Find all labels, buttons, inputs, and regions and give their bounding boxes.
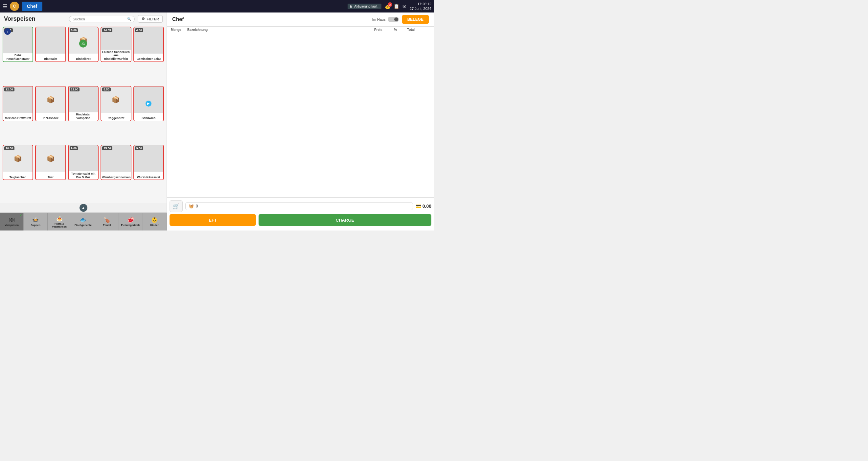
charge-button[interactable]: CHARGE [258,214,431,226]
category-icon-suppen: 🍲 [32,217,39,223]
category-label-fischgerichte: Fischgerichte [74,224,92,227]
category-icon-fleischgerichte: 🥩 [127,217,134,223]
right-header: Chef Im Haus BELEGE [167,12,434,27]
item-label-3: Dinkelbrot [69,57,98,61]
menu-item-12[interactable]: 📦Test [35,145,66,180]
menu-item-14[interactable]: 15.00Weinbergschnecken [100,145,131,180]
menu-item-7[interactable]: 📦Pizzasnack [35,86,66,121]
toggle-thumb [394,18,398,21]
item-label-10: Sandwich [134,116,163,121]
menu-item-11[interactable]: 📦10.00Teigtaschen [3,145,33,180]
cart-count-box: 🧺 0 [185,202,413,210]
item-label-1: Balik Rauchlachstatar [3,53,33,61]
clock-display: 17:26:12 27 Juni, 2024 [410,2,431,11]
menu-item-13[interactable]: 9.00Tomatensalat mit Bio B.Moz [68,145,99,180]
category-icon-vorspeisen: 🍽 [9,217,14,223]
menu-item-10[interactable]: ▶Sandwich [133,86,164,121]
left-panel: Vorspeisen 🔍 ⚙ FILTER 3.10●Balik Rauchla… [0,12,166,231]
scroll-up-button[interactable]: ▲ [80,204,87,212]
item-price-11: 10.00 [4,146,14,150]
mail-icon-btn[interactable]: ✉ [402,4,406,9]
cart-total-box: 💳 0.00 [415,204,431,209]
menu-icon[interactable]: ☰ [3,3,7,9]
item-label-2: Blattsalat [36,57,65,61]
item-badge-1: ● [4,28,11,35]
cart-icon-button[interactable]: 🛒 [169,200,183,212]
items-grid: 3.10●Balik RauchlachstatarBlattsalat📦8.0… [0,25,166,203]
category-checkmark-vorspeisen: ✓ [20,213,22,217]
category-icon-poulet: 🍗 [103,217,110,223]
category-vorspeisen[interactable]: ✓🍽Vorspeisen [0,213,24,231]
col-percent: % [394,28,407,32]
toggle-track[interactable] [388,17,399,22]
menu-item-5[interactable]: 4.50Gemischter Salat [133,27,164,62]
item-label-13: Tomatensalat mit Bio B.Moz [69,171,98,180]
category-label-poulet: Poulet [103,224,111,227]
col-total: Total [407,28,430,32]
cart-summary-row: 🛒 🧺 0 💳 0.00 [169,200,431,212]
category-icon-pasta: 🍝 [56,215,63,222]
menu-item-15[interactable]: 9.00Wurst-Käsesalat [133,145,164,180]
item-price-13: 9.00 [70,146,78,150]
cart-total-value: 0.00 [423,204,431,209]
main-layout: Vorspeisen 🔍 ⚙ FILTER 3.10●Balik Rauchla… [0,12,434,231]
order-items-list [167,33,434,197]
filter-icon: ⚙ [142,17,145,21]
total-currency-icon: 💳 [415,204,421,209]
action-buttons-row: EFT CHARGE [169,214,431,226]
item-label-12: Test [36,175,65,180]
filter-button[interactable]: ⚙ FILTER [138,15,163,23]
col-bezeichnung: Bezeichnung [187,28,374,32]
col-preis: Preis [374,28,394,32]
item-label-15: Wurst-Käsesalat [134,175,163,180]
left-header: Vorspeisen 🔍 ⚙ FILTER [0,12,166,25]
avatar[interactable]: C [10,2,19,11]
wallet-badge: 2 [388,2,392,7]
menu-item-4[interactable]: 14.85Falsche Schnecken aus Rindsfiletwür… [100,27,131,62]
item-price-4: 14.85 [102,28,112,32]
menu-item-1[interactable]: 3.10●Balik Rauchlachstatar [3,27,33,62]
item-label-5: Gemischter Salat [134,57,163,61]
menu-item-2[interactable]: Blattsalat [35,27,66,62]
topbar-right: 🖩 Aktivierung lauf... 💰 2 📋 ✉ 17:26:12 2… [348,2,431,11]
category-pasta[interactable]: 🍝Pasta & Vegetarisch [48,213,71,231]
category-fischgerichte[interactable]: 🐟Fischgerichte [71,213,95,231]
belege-button[interactable]: BELEGE [402,15,429,24]
item-price-14: 15.00 [102,146,112,150]
eft-button[interactable]: EFT [169,214,256,226]
item-label-6: Mexican Bratwurst [3,116,33,121]
receipts-icon-btn[interactable]: 📋 [394,4,399,9]
im-haus-toggle[interactable]: Im Haus [372,17,399,22]
basket-icon: 🧺 [189,204,194,208]
menu-item-8[interactable]: 22.00Rindstatar Vorspeise [68,86,99,121]
item-label-14: Weinbergschnecken [101,175,130,180]
app-title[interactable]: Chef [22,2,42,11]
order-table-header: Menge Bezeichnung Preis % Total [167,27,434,33]
search-icon: 🔍 [127,17,131,21]
topbar: ☰ C Chef 🖩 Aktivierung lauf... 💰 2 📋 ✉ 1… [0,0,434,12]
wallet-icon-btn[interactable]: 💰 2 [385,4,390,9]
item-blue-dot-10: ▶ [146,100,151,107]
item-price-15: 9.00 [135,146,144,150]
item-label-4: Falsche Schnecken aus Rindsfiletwürfeln [101,50,130,61]
category-icon-kinder: 👶 [151,217,158,223]
right-panel: Chef Im Haus BELEGE Menge Bezeichnung Pr… [166,12,434,231]
scroll-row: ▲ [0,203,166,212]
search-input[interactable] [72,17,125,21]
category-suppen[interactable]: 🍲Suppen [24,213,47,231]
category-fleischgerichte[interactable]: 🥩Fleischgerichte [119,213,143,231]
item-label-9: Roggenbrot [101,116,130,121]
right-bottom: 🛒 🧺 0 💳 0.00 EFT CHARGE [167,197,434,231]
menu-item-3[interactable]: 📦8.00⚖Dinkelbrot [68,27,99,62]
category-kinder[interactable]: 👶Kinder [143,213,166,231]
category-label-kinder: Kinder [151,224,159,227]
category-poulet[interactable]: 🍗Poulet [95,213,119,231]
item-green-icon-3: ⚖ [79,40,87,48]
section-title: Vorspeisen [4,16,66,22]
category-icon-fischgerichte: 🐟 [80,217,86,223]
menu-item-9[interactable]: 📦8.50Roggenbrot [100,86,131,121]
search-bar[interactable]: 🔍 [69,16,135,22]
menu-item-6[interactable]: 12.00Mexican Bratwurst [3,86,33,121]
col-menge: Menge [171,28,187,32]
item-price-8: 22.00 [70,87,80,91]
